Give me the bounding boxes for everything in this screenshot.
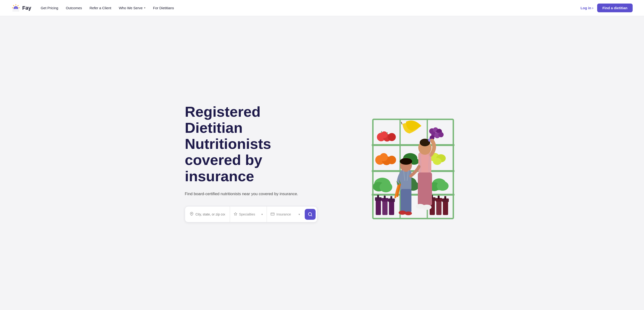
svg-point-44 bbox=[433, 158, 442, 165]
search-icon bbox=[308, 212, 312, 217]
hero-subtitle: Find board-certified nutritionists near … bbox=[185, 191, 317, 197]
svg-point-23 bbox=[388, 133, 396, 141]
svg-point-80 bbox=[422, 205, 432, 210]
search-bar: Specialties ▾ Insurance ▾ bbox=[185, 206, 317, 222]
svg-rect-17 bbox=[372, 144, 454, 146]
svg-rect-82 bbox=[400, 189, 412, 213]
svg-point-53 bbox=[437, 181, 448, 191]
svg-point-47 bbox=[380, 182, 392, 192]
specialties-chevron-icon: ▾ bbox=[262, 213, 263, 216]
login-button[interactable]: Log in › bbox=[580, 6, 593, 10]
nav-links: Get Pricing Outcomes Refer a Client Who … bbox=[41, 6, 580, 10]
svg-point-36 bbox=[380, 153, 388, 161]
svg-point-86 bbox=[405, 211, 412, 215]
search-button[interactable] bbox=[305, 209, 316, 220]
svg-point-33 bbox=[438, 132, 444, 137]
svg-rect-73 bbox=[418, 172, 432, 206]
arrow-right-icon: › bbox=[592, 6, 593, 10]
nav-right: Log in › Find a dietitian bbox=[580, 3, 633, 12]
svg-point-84 bbox=[400, 158, 412, 165]
svg-rect-59 bbox=[384, 196, 386, 199]
insurance-label: Insurance bbox=[276, 212, 297, 216]
svg-line-25 bbox=[387, 132, 388, 134]
nav-link-outcomes[interactable]: Outcomes bbox=[66, 6, 82, 10]
location-input[interactable] bbox=[196, 212, 225, 216]
nav-link-refer-a-client[interactable]: Refer a Client bbox=[90, 6, 111, 10]
svg-line-26 bbox=[401, 122, 402, 124]
hero-container: Registered Dietitian Nutritionists cover… bbox=[156, 16, 488, 310]
insurance-dropdown[interactable]: Insurance ▾ bbox=[267, 206, 304, 222]
chevron-down-icon: ▾ bbox=[144, 6, 146, 9]
svg-rect-10 bbox=[271, 213, 274, 215]
svg-point-37 bbox=[388, 156, 396, 164]
svg-line-3 bbox=[18, 5, 18, 6]
hero-left: Registered Dietitian Nutritionists cover… bbox=[185, 104, 317, 222]
location-field[interactable] bbox=[185, 206, 230, 222]
svg-point-8 bbox=[191, 213, 192, 214]
svg-line-24 bbox=[381, 131, 382, 133]
svg-rect-18 bbox=[372, 170, 454, 172]
svg-rect-57 bbox=[382, 199, 388, 215]
hero-section: Registered Dietitian Nutritionists cover… bbox=[0, 16, 644, 310]
svg-rect-68 bbox=[438, 196, 440, 199]
nav-link-who-we-serve[interactable]: Who We Serve ▾ bbox=[119, 6, 146, 10]
svg-rect-7 bbox=[12, 9, 20, 11]
svg-rect-19 bbox=[372, 194, 454, 196]
location-icon bbox=[190, 212, 194, 217]
nav-link-get-pricing[interactable]: Get Pricing bbox=[41, 6, 58, 10]
navbar: Fay Get Pricing Outcomes Refer a Client … bbox=[0, 0, 644, 16]
svg-point-22 bbox=[381, 131, 388, 138]
svg-rect-56 bbox=[377, 195, 379, 198]
svg-rect-66 bbox=[436, 199, 442, 215]
specialties-label: Specialties bbox=[239, 212, 260, 216]
card-icon bbox=[271, 212, 274, 217]
svg-line-5 bbox=[14, 5, 14, 6]
specialties-dropdown[interactable]: Specialties ▾ bbox=[230, 206, 267, 222]
star-icon bbox=[234, 212, 237, 216]
grocery-illustration bbox=[359, 100, 460, 226]
hero-title: Registered Dietitian Nutritionists cover… bbox=[185, 104, 317, 184]
svg-rect-62 bbox=[390, 196, 392, 199]
brand-name: Fay bbox=[22, 5, 31, 11]
find-dietitian-button[interactable]: Find a dietitian bbox=[597, 3, 633, 12]
hero-right bbox=[350, 100, 469, 226]
svg-rect-71 bbox=[444, 196, 446, 199]
brand-logo[interactable]: Fay bbox=[11, 3, 31, 12]
nav-link-for-dietitians[interactable]: For Dietitians bbox=[153, 6, 174, 10]
fay-logo-icon bbox=[11, 3, 20, 12]
svg-marker-9 bbox=[234, 212, 237, 215]
insurance-chevron-icon: ▾ bbox=[298, 213, 300, 216]
svg-line-13 bbox=[311, 215, 312, 216]
svg-rect-54 bbox=[376, 198, 381, 215]
